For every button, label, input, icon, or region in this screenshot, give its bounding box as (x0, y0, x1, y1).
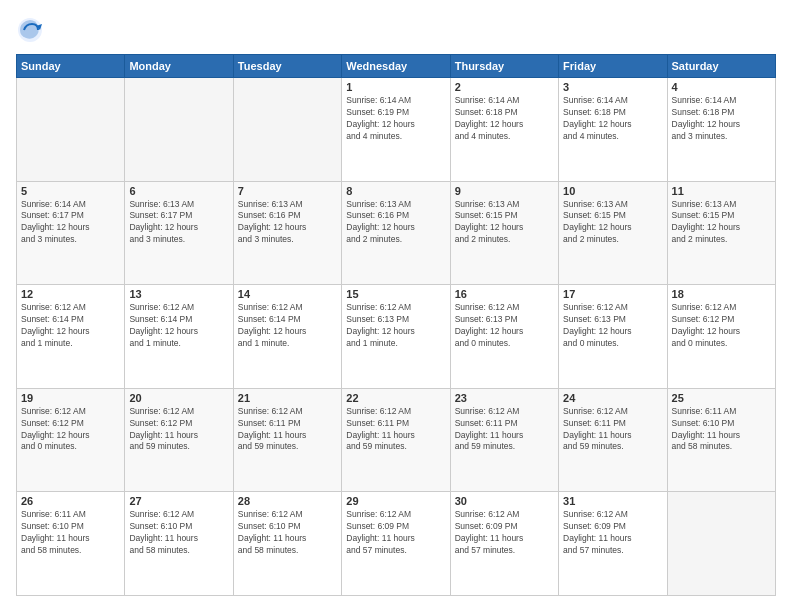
day-info: Sunrise: 6:11 AM Sunset: 6:10 PM Dayligh… (672, 406, 771, 454)
calendar-cell (125, 78, 233, 182)
calendar-cell: 5Sunrise: 6:14 AM Sunset: 6:17 PM Daylig… (17, 181, 125, 285)
day-number: 4 (672, 81, 771, 93)
calendar-cell: 3Sunrise: 6:14 AM Sunset: 6:18 PM Daylig… (559, 78, 667, 182)
day-info: Sunrise: 6:12 AM Sunset: 6:14 PM Dayligh… (21, 302, 120, 350)
calendar-cell: 2Sunrise: 6:14 AM Sunset: 6:18 PM Daylig… (450, 78, 558, 182)
calendar-cell: 11Sunrise: 6:13 AM Sunset: 6:15 PM Dayli… (667, 181, 775, 285)
day-info: Sunrise: 6:12 AM Sunset: 6:12 PM Dayligh… (672, 302, 771, 350)
day-info: Sunrise: 6:13 AM Sunset: 6:15 PM Dayligh… (563, 199, 662, 247)
calendar-cell: 27Sunrise: 6:12 AM Sunset: 6:10 PM Dayli… (125, 492, 233, 596)
day-info: Sunrise: 6:14 AM Sunset: 6:18 PM Dayligh… (672, 95, 771, 143)
day-number: 12 (21, 288, 120, 300)
calendar-cell: 8Sunrise: 6:13 AM Sunset: 6:16 PM Daylig… (342, 181, 450, 285)
day-number: 11 (672, 185, 771, 197)
calendar-cell: 12Sunrise: 6:12 AM Sunset: 6:14 PM Dayli… (17, 285, 125, 389)
header (16, 16, 776, 44)
calendar-cell: 20Sunrise: 6:12 AM Sunset: 6:12 PM Dayli… (125, 388, 233, 492)
day-number: 30 (455, 495, 554, 507)
weekday-header-row: SundayMondayTuesdayWednesdayThursdayFrid… (17, 55, 776, 78)
page: SundayMondayTuesdayWednesdayThursdayFrid… (0, 0, 792, 612)
day-info: Sunrise: 6:12 AM Sunset: 6:09 PM Dayligh… (455, 509, 554, 557)
calendar-cell: 15Sunrise: 6:12 AM Sunset: 6:13 PM Dayli… (342, 285, 450, 389)
day-number: 7 (238, 185, 337, 197)
day-info: Sunrise: 6:13 AM Sunset: 6:17 PM Dayligh… (129, 199, 228, 247)
day-number: 17 (563, 288, 662, 300)
calendar-cell: 17Sunrise: 6:12 AM Sunset: 6:13 PM Dayli… (559, 285, 667, 389)
weekday-header-wednesday: Wednesday (342, 55, 450, 78)
day-info: Sunrise: 6:12 AM Sunset: 6:12 PM Dayligh… (21, 406, 120, 454)
day-info: Sunrise: 6:13 AM Sunset: 6:15 PM Dayligh… (455, 199, 554, 247)
day-number: 10 (563, 185, 662, 197)
day-number: 22 (346, 392, 445, 404)
day-info: Sunrise: 6:14 AM Sunset: 6:17 PM Dayligh… (21, 199, 120, 247)
calendar-cell: 23Sunrise: 6:12 AM Sunset: 6:11 PM Dayli… (450, 388, 558, 492)
day-info: Sunrise: 6:12 AM Sunset: 6:14 PM Dayligh… (129, 302, 228, 350)
calendar-cell: 1Sunrise: 6:14 AM Sunset: 6:19 PM Daylig… (342, 78, 450, 182)
calendar-cell: 29Sunrise: 6:12 AM Sunset: 6:09 PM Dayli… (342, 492, 450, 596)
day-info: Sunrise: 6:13 AM Sunset: 6:15 PM Dayligh… (672, 199, 771, 247)
day-info: Sunrise: 6:13 AM Sunset: 6:16 PM Dayligh… (346, 199, 445, 247)
day-info: Sunrise: 6:14 AM Sunset: 6:18 PM Dayligh… (455, 95, 554, 143)
day-number: 21 (238, 392, 337, 404)
day-number: 2 (455, 81, 554, 93)
day-number: 3 (563, 81, 662, 93)
week-row-3: 12Sunrise: 6:12 AM Sunset: 6:14 PM Dayli… (17, 285, 776, 389)
day-number: 31 (563, 495, 662, 507)
day-number: 1 (346, 81, 445, 93)
day-info: Sunrise: 6:12 AM Sunset: 6:11 PM Dayligh… (238, 406, 337, 454)
day-info: Sunrise: 6:12 AM Sunset: 6:13 PM Dayligh… (455, 302, 554, 350)
calendar-cell: 9Sunrise: 6:13 AM Sunset: 6:15 PM Daylig… (450, 181, 558, 285)
day-number: 14 (238, 288, 337, 300)
day-info: Sunrise: 6:12 AM Sunset: 6:09 PM Dayligh… (346, 509, 445, 557)
weekday-header-tuesday: Tuesday (233, 55, 341, 78)
weekday-header-sunday: Sunday (17, 55, 125, 78)
day-number: 19 (21, 392, 120, 404)
calendar-cell: 28Sunrise: 6:12 AM Sunset: 6:10 PM Dayli… (233, 492, 341, 596)
calendar-cell (233, 78, 341, 182)
day-info: Sunrise: 6:12 AM Sunset: 6:14 PM Dayligh… (238, 302, 337, 350)
day-number: 9 (455, 185, 554, 197)
day-info: Sunrise: 6:12 AM Sunset: 6:10 PM Dayligh… (129, 509, 228, 557)
day-number: 5 (21, 185, 120, 197)
day-number: 13 (129, 288, 228, 300)
calendar-cell: 13Sunrise: 6:12 AM Sunset: 6:14 PM Dayli… (125, 285, 233, 389)
day-number: 8 (346, 185, 445, 197)
calendar-cell: 16Sunrise: 6:12 AM Sunset: 6:13 PM Dayli… (450, 285, 558, 389)
day-number: 28 (238, 495, 337, 507)
day-info: Sunrise: 6:11 AM Sunset: 6:10 PM Dayligh… (21, 509, 120, 557)
calendar-cell: 24Sunrise: 6:12 AM Sunset: 6:11 PM Dayli… (559, 388, 667, 492)
week-row-5: 26Sunrise: 6:11 AM Sunset: 6:10 PM Dayli… (17, 492, 776, 596)
weekday-header-saturday: Saturday (667, 55, 775, 78)
calendar-cell: 6Sunrise: 6:13 AM Sunset: 6:17 PM Daylig… (125, 181, 233, 285)
day-info: Sunrise: 6:12 AM Sunset: 6:11 PM Dayligh… (563, 406, 662, 454)
day-info: Sunrise: 6:12 AM Sunset: 6:09 PM Dayligh… (563, 509, 662, 557)
day-number: 26 (21, 495, 120, 507)
calendar-cell: 30Sunrise: 6:12 AM Sunset: 6:09 PM Dayli… (450, 492, 558, 596)
day-number: 23 (455, 392, 554, 404)
day-number: 24 (563, 392, 662, 404)
logo (16, 16, 48, 44)
calendar: SundayMondayTuesdayWednesdayThursdayFrid… (16, 54, 776, 596)
day-info: Sunrise: 6:12 AM Sunset: 6:10 PM Dayligh… (238, 509, 337, 557)
calendar-cell: 21Sunrise: 6:12 AM Sunset: 6:11 PM Dayli… (233, 388, 341, 492)
day-number: 20 (129, 392, 228, 404)
day-number: 16 (455, 288, 554, 300)
calendar-cell (667, 492, 775, 596)
logo-icon (16, 16, 44, 44)
day-number: 25 (672, 392, 771, 404)
week-row-4: 19Sunrise: 6:12 AM Sunset: 6:12 PM Dayli… (17, 388, 776, 492)
day-info: Sunrise: 6:13 AM Sunset: 6:16 PM Dayligh… (238, 199, 337, 247)
week-row-1: 1Sunrise: 6:14 AM Sunset: 6:19 PM Daylig… (17, 78, 776, 182)
calendar-cell: 26Sunrise: 6:11 AM Sunset: 6:10 PM Dayli… (17, 492, 125, 596)
day-number: 6 (129, 185, 228, 197)
calendar-cell: 4Sunrise: 6:14 AM Sunset: 6:18 PM Daylig… (667, 78, 775, 182)
day-info: Sunrise: 6:12 AM Sunset: 6:12 PM Dayligh… (129, 406, 228, 454)
day-number: 27 (129, 495, 228, 507)
calendar-cell: 7Sunrise: 6:13 AM Sunset: 6:16 PM Daylig… (233, 181, 341, 285)
calendar-cell: 10Sunrise: 6:13 AM Sunset: 6:15 PM Dayli… (559, 181, 667, 285)
weekday-header-monday: Monday (125, 55, 233, 78)
day-info: Sunrise: 6:14 AM Sunset: 6:18 PM Dayligh… (563, 95, 662, 143)
day-info: Sunrise: 6:12 AM Sunset: 6:13 PM Dayligh… (346, 302, 445, 350)
calendar-cell: 18Sunrise: 6:12 AM Sunset: 6:12 PM Dayli… (667, 285, 775, 389)
calendar-cell: 22Sunrise: 6:12 AM Sunset: 6:11 PM Dayli… (342, 388, 450, 492)
